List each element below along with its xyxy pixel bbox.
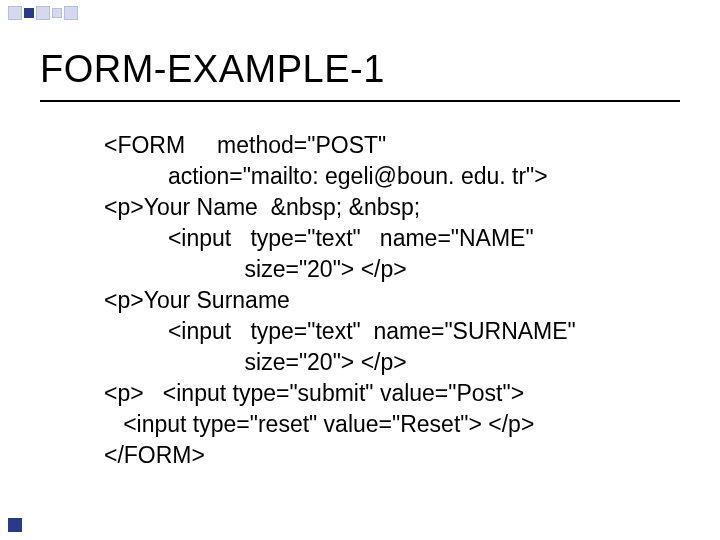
code-line: <p>Your Name &nbsp; &nbsp;	[104, 194, 420, 220]
code-line: <p> <input type="submit" value="Post">	[104, 380, 524, 406]
code-line: size="20"> </p>	[104, 349, 407, 375]
deco-square	[24, 8, 34, 18]
title-underline	[40, 100, 680, 102]
deco-square	[8, 6, 22, 20]
code-line: <p>Your Surname	[104, 287, 290, 313]
code-line: </FORM>	[104, 442, 205, 468]
code-line: size="20"> </p>	[104, 256, 407, 282]
deco-square	[52, 8, 62, 18]
code-line: <input type="text" name="SURNAME"	[104, 318, 576, 344]
code-line: <input type="reset" value="Reset"> </p>	[104, 411, 534, 437]
code-line: <input type="text" name="NAME"	[104, 225, 534, 251]
code-line: <FORM method="POST"	[104, 132, 386, 158]
deco-square	[64, 6, 78, 20]
slide-decoration-bottom	[8, 518, 22, 532]
slide-decoration-top	[8, 6, 78, 20]
code-example: <FORM method="POST" action="mailto: egel…	[104, 130, 576, 472]
code-line: action="mailto: egeli@boun. edu. tr">	[104, 163, 548, 189]
deco-square	[36, 6, 50, 20]
slide-title: FORM-EXAMPLE-1	[40, 48, 385, 91]
